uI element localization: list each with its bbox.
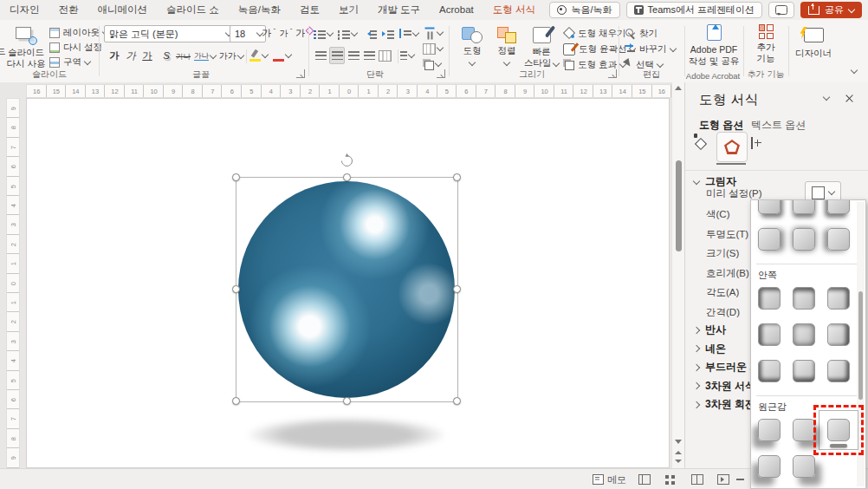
vertical-scrollbar[interactable] <box>671 82 685 468</box>
decrease-indent-button[interactable] <box>364 26 378 42</box>
shadow-preset-inner-br[interactable] <box>827 360 850 382</box>
record-button[interactable]: 녹음/녹화 <box>549 2 619 18</box>
designer-button[interactable]: 디자이너 <box>792 28 835 59</box>
line-spacing-button[interactable] <box>398 26 418 42</box>
menu-tab-7[interactable]: 개발 도구 <box>368 0 430 20</box>
menu-tab-0[interactable]: 디자인 <box>0 0 49 20</box>
shadow-preset-persp-ll[interactable] <box>758 455 781 478</box>
increase-indent-button[interactable] <box>381 26 395 42</box>
resize-handle-sw[interactable] <box>232 397 240 405</box>
menu-tab-2[interactable]: 애니메이션 <box>88 0 158 20</box>
menu-tab-1[interactable]: 전환 <box>49 0 88 20</box>
slideshow-view-button[interactable] <box>717 469 729 489</box>
notes-button[interactable]: 메모 <box>593 469 626 489</box>
replace-button[interactable]: 바꾸기 <box>625 42 676 55</box>
section-button[interactable]: 구역 <box>49 55 90 68</box>
collapsed-section-3[interactable]: 3차원 서식 <box>694 379 755 394</box>
shape-outline-button[interactable]: 도형 윤곽선 <box>563 42 635 55</box>
shadow-preset-outer-c[interactable] <box>793 228 815 251</box>
shapes-button[interactable]: 도형 <box>456 25 489 67</box>
distribute-button[interactable] <box>378 48 392 63</box>
bold-button[interactable]: 가 <box>107 49 121 64</box>
shadow-preset-inner-bl[interactable] <box>758 360 781 382</box>
decrease-font-size-button[interactable]: 가ˇ <box>279 26 293 42</box>
shadow-preset-outer-b[interactable] <box>793 199 815 214</box>
pane-chevron-down-icon[interactable] <box>823 94 830 101</box>
shadow-preset-inner-t[interactable] <box>793 287 815 310</box>
align-text-button[interactable] <box>423 41 443 56</box>
menu-tab-3[interactable]: 슬라이드 쇼 <box>157 0 229 20</box>
shadow-preset-outer-bl[interactable] <box>827 199 850 214</box>
collapsed-section-0[interactable]: 반사 <box>694 323 726 337</box>
align-right-button[interactable] <box>347 48 360 63</box>
collapse-ribbon-chevron-icon[interactable] <box>851 67 858 74</box>
collapsed-section-1[interactable]: 네온 <box>694 342 726 356</box>
shape-fill-button[interactable]: 도형 채우기 <box>563 27 634 40</box>
reuse-slides-button[interactable]: 슬라이드 다시 사용 <box>5 23 47 68</box>
resize-handle-w[interactable] <box>232 285 240 293</box>
reading-view-button[interactable] <box>691 469 703 489</box>
resize-handle-s[interactable] <box>343 397 351 405</box>
numbering-button[interactable] <box>338 26 357 42</box>
change-case-button[interactable]: 가가 <box>219 49 243 64</box>
character-spacing-button[interactable]: 가나 <box>194 49 216 64</box>
resize-handle-n[interactable] <box>343 173 351 181</box>
bullets-button[interactable] <box>314 26 333 42</box>
resize-handle-se[interactable] <box>453 397 461 405</box>
text-highlight-color-button[interactable] <box>249 48 268 63</box>
text-shadow-button[interactable]: S <box>159 49 173 64</box>
pane-close-icon[interactable] <box>845 94 854 103</box>
normal-view-button[interactable] <box>638 469 651 489</box>
scroll-down-arrow-icon[interactable] <box>675 440 682 444</box>
shadow-preset-persp-ul[interactable] <box>758 419 781 441</box>
menu-tab-6[interactable]: 보기 <box>329 0 368 20</box>
strikethrough-button[interactable]: 가나 <box>176 49 191 64</box>
tab-text-options[interactable]: 텍스트 옵션 <box>751 118 806 133</box>
italic-button[interactable]: 가 <box>124 49 138 64</box>
menu-tab-4[interactable]: 녹음/녹화 <box>229 0 290 20</box>
next-slide-button[interactable] <box>675 460 682 463</box>
underline-button[interactable]: 가 <box>140 49 154 64</box>
reset-button[interactable]: 다시 설정 <box>49 41 102 54</box>
scrollbar-thumb[interactable] <box>676 160 682 251</box>
shadow-preset-inner-tr[interactable] <box>827 287 850 310</box>
shadow-preset-inner-l[interactable] <box>758 323 781 346</box>
shadow-preset-persp-lr[interactable] <box>793 455 815 478</box>
resize-handle-e[interactable] <box>453 285 461 293</box>
shadow-preset-outer-r[interactable] <box>758 228 781 251</box>
justify-button[interactable] <box>362 48 376 63</box>
shadow-preset-outer-br[interactable] <box>758 199 781 214</box>
present-in-teams-button[interactable]: Teams에서 프레젠테이션 <box>626 2 762 18</box>
zoom-out-button[interactable] <box>736 469 744 489</box>
shadow-preset-inner-r[interactable] <box>827 323 850 346</box>
collapsed-section-4[interactable]: 3차원 회전 <box>694 397 755 412</box>
text-direction-button[interactable] <box>423 25 443 41</box>
effects-tab-button[interactable] <box>716 132 748 162</box>
find-button[interactable]: 찾기 <box>625 27 657 40</box>
add-remove-columns-button[interactable] <box>400 48 414 63</box>
arrange-button[interactable]: 정렬 <box>490 25 523 67</box>
comments-button[interactable] <box>768 2 794 18</box>
add-ins-button[interactable]: 추가 기능 <box>747 24 785 63</box>
font-size-combobox[interactable]: 18 <box>230 25 266 42</box>
menu-tab-5[interactable]: 검토 <box>290 0 329 20</box>
shadow-preset-persp-ur[interactable] <box>793 419 815 441</box>
font-dialog-launcher[interactable] <box>296 69 305 78</box>
menu-tab-9[interactable]: 도형 서식 <box>483 0 545 20</box>
resize-handle-nw[interactable] <box>232 173 240 181</box>
shadow-preset-outer-l[interactable] <box>827 228 850 251</box>
previous-slide-button[interactable] <box>675 451 682 454</box>
shadow-preset-inner-b[interactable] <box>793 360 815 382</box>
quick-styles-button[interactable]: 빠른 스타일 <box>523 25 560 68</box>
size-properties-tab-button[interactable] <box>751 138 753 148</box>
resize-handle-ne[interactable] <box>453 173 461 181</box>
shadow-preset-inner-c[interactable] <box>793 323 815 346</box>
align-left-button[interactable] <box>314 48 327 63</box>
paragraph-dialog-launcher[interactable] <box>437 69 445 78</box>
clear-formatting-button[interactable]: 가 <box>295 26 313 42</box>
share-button[interactable]: 공유 <box>800 2 862 18</box>
increase-font-size-button[interactable]: 가ˆ <box>262 26 275 42</box>
shadow-preset-persp-below[interactable] <box>827 419 850 441</box>
shadow-preset-inner-tl[interactable] <box>758 287 781 310</box>
font-name-combobox[interactable]: 맑은 고딕 (본문) <box>104 25 235 42</box>
